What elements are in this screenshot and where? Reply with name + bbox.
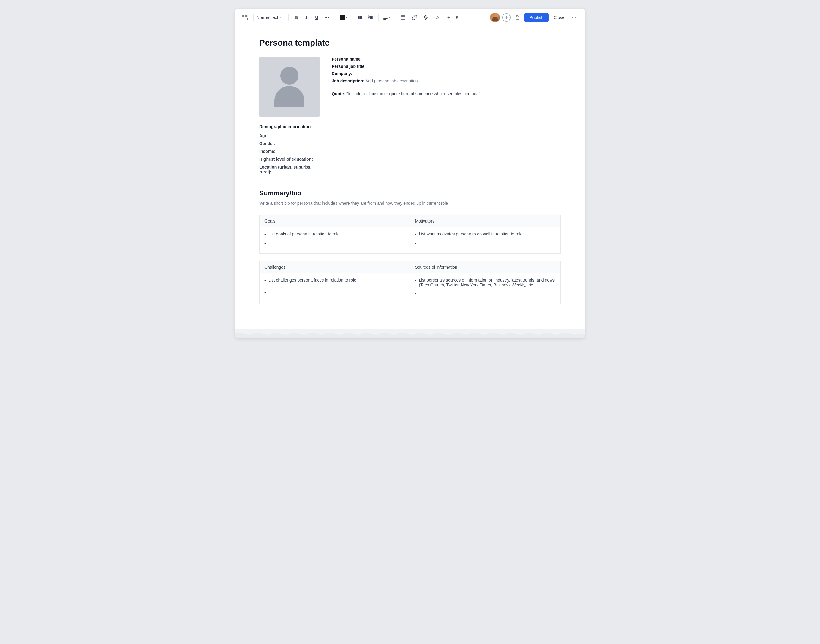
persona-company: Company: bbox=[332, 71, 561, 76]
motivators-cell: • List what motivates persona to do well… bbox=[410, 227, 561, 253]
goals-item-1: • List goals of persona in relation to r… bbox=[264, 232, 405, 237]
table-button[interactable] bbox=[398, 13, 408, 22]
svg-text:3.: 3. bbox=[368, 17, 370, 19]
education-label: Highest level of education: bbox=[259, 157, 320, 162]
svg-rect-0 bbox=[242, 18, 247, 20]
demographic-title: Demographic information bbox=[259, 124, 320, 129]
publish-button[interactable]: Publish bbox=[524, 13, 549, 22]
persona-name: Persona name bbox=[332, 57, 561, 61]
motivators-column-header: Motivators bbox=[410, 215, 561, 227]
sources-item-2: • bbox=[415, 290, 556, 296]
summary-text: Write a short bio for persona that inclu… bbox=[259, 201, 561, 205]
color-swatch bbox=[340, 15, 345, 20]
svg-rect-16 bbox=[383, 19, 386, 20]
persona-job-description: Job description: Add persona job descrip… bbox=[332, 78, 561, 83]
svg-point-3 bbox=[358, 17, 359, 18]
alignment-button[interactable]: ▾ bbox=[382, 13, 392, 22]
bullet-icon: • bbox=[415, 278, 417, 283]
close-button[interactable]: Close bbox=[550, 13, 567, 22]
bullet-icon: • bbox=[415, 291, 417, 296]
chevron-down-icon: ▾ bbox=[280, 15, 282, 19]
persona-layout: Demographic information Age: Gender: Inc… bbox=[259, 57, 561, 177]
income-label: Income: bbox=[259, 149, 320, 154]
goals-item-1-text: List goals of persona in relation to rol… bbox=[268, 232, 340, 236]
bullet-icon: • bbox=[264, 241, 266, 246]
more-options-button[interactable]: ··· bbox=[569, 13, 579, 22]
challenges-item-1-text: List challenges persona faces in relatio… bbox=[268, 278, 356, 282]
bold-button[interactable]: B bbox=[291, 13, 301, 22]
bullet-icon: • bbox=[264, 232, 266, 237]
svg-rect-6 bbox=[359, 18, 362, 19]
svg-rect-15 bbox=[383, 18, 388, 19]
svg-rect-2 bbox=[359, 16, 362, 17]
job-desc-placeholder: Add persona job description bbox=[365, 78, 418, 83]
document-content: Persona template Demographic information… bbox=[235, 26, 585, 329]
svg-rect-10 bbox=[370, 17, 372, 18]
add-collaborator-button[interactable]: + bbox=[502, 13, 511, 22]
bullet-icon: • bbox=[415, 232, 417, 237]
job-desc-label: Job description: bbox=[332, 78, 365, 83]
ordered-list-button[interactable]: 1. 2. 3. bbox=[366, 13, 376, 22]
goals-column-header: Goals bbox=[259, 215, 410, 227]
challenges-item-2: • bbox=[264, 289, 405, 295]
challenges-cell: • List challenges persona faces in relat… bbox=[259, 273, 410, 304]
svg-rect-4 bbox=[359, 17, 362, 18]
underline-button[interactable]: U bbox=[312, 13, 322, 22]
person-silhouette-icon bbox=[274, 67, 305, 107]
svg-rect-12 bbox=[370, 18, 372, 19]
color-picker-button[interactable]: ▾ bbox=[338, 14, 349, 21]
svg-rect-14 bbox=[383, 17, 386, 17]
motivators-item-2: • bbox=[415, 240, 556, 246]
avatar-area: + bbox=[490, 13, 511, 22]
formatting-buttons: B I U ··· bbox=[291, 13, 332, 22]
logo-icon bbox=[241, 14, 248, 21]
motivators-item-1: • List what motivates persona to do well… bbox=[415, 232, 556, 237]
challenges-sources-table: Challenges Sources of information • List… bbox=[259, 261, 561, 304]
attachment-button[interactable] bbox=[421, 13, 431, 22]
challenges-item-1: • List challenges persona faces in relat… bbox=[264, 278, 405, 283]
svg-point-1 bbox=[358, 16, 359, 17]
list-buttons: 1. 2. 3. bbox=[356, 13, 376, 22]
svg-point-5 bbox=[358, 18, 359, 19]
more-insert-button[interactable]: ▾ bbox=[455, 13, 458, 22]
svg-rect-20 bbox=[516, 17, 519, 20]
sources-item-1-text: List persona's sources of information on… bbox=[419, 278, 556, 287]
svg-rect-8 bbox=[370, 16, 372, 17]
persona-quote: Quote: “Include real customer quote here… bbox=[332, 90, 561, 97]
persona-right-column: Persona name Persona job title Company: … bbox=[332, 57, 561, 177]
more-formatting-button[interactable]: ··· bbox=[322, 13, 332, 22]
demographic-info: Demographic information Age: Gender: Inc… bbox=[259, 124, 320, 174]
link-button[interactable] bbox=[410, 13, 419, 22]
toolbar-divider-1 bbox=[288, 14, 288, 21]
motivators-item-1-text: List what motivates persona to do well i… bbox=[419, 232, 523, 236]
wavy-bottom-decoration bbox=[235, 329, 585, 338]
unordered-list-button[interactable] bbox=[356, 13, 365, 22]
age-label: Age: bbox=[259, 133, 320, 138]
summary-title: Summary/bio bbox=[259, 189, 561, 197]
sources-cell: • List persona's sources of information … bbox=[410, 273, 561, 304]
persona-job-title: Persona job title bbox=[332, 64, 561, 69]
text-style-label: Normal text bbox=[256, 15, 278, 20]
color-chevron-icon: ▾ bbox=[346, 16, 347, 19]
toolbar-divider-2 bbox=[335, 14, 335, 21]
lock-icon[interactable] bbox=[512, 13, 522, 22]
goals-cell: • List goals of persona in relation to r… bbox=[259, 227, 410, 253]
summary-section: Summary/bio Write a short bio for person… bbox=[259, 189, 561, 205]
challenges-column-header: Challenges bbox=[259, 261, 410, 273]
gender-label: Gender: bbox=[259, 141, 320, 146]
persona-avatar-placeholder bbox=[259, 57, 320, 117]
bullet-icon: • bbox=[415, 241, 417, 246]
insert-plus-button[interactable]: + bbox=[444, 13, 454, 22]
location-label: Location (urban, suburbs, rural): bbox=[259, 165, 320, 174]
editor-container: Normal text ▾ B I U ··· ▾ bbox=[235, 9, 585, 338]
persona-left-column: Demographic information Age: Gender: Inc… bbox=[259, 57, 320, 177]
bullet-icon: • bbox=[264, 278, 266, 283]
quote-label: Quote: bbox=[332, 91, 345, 96]
goals-item-2: • bbox=[264, 240, 405, 246]
quote-text: “Include real customer quote here of som… bbox=[346, 91, 481, 96]
avatar[interactable] bbox=[490, 13, 500, 22]
emoji-button[interactable]: ☺ bbox=[432, 13, 442, 22]
goals-motivators-table: Goals Motivators • List goals of persona… bbox=[259, 215, 561, 253]
italic-button[interactable]: I bbox=[302, 13, 311, 22]
text-style-selector[interactable]: Normal text ▾ bbox=[253, 14, 285, 21]
